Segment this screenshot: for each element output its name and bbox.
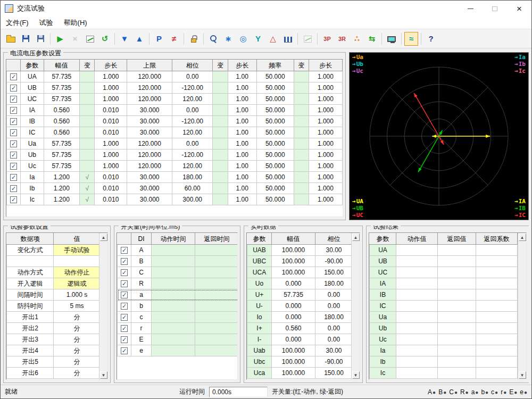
checkbox-icon[interactable]: ✓ [121,247,128,254]
vary-flag-3[interactable] [294,71,309,82]
frequency-value[interactable]: 50.000 [256,194,294,205]
vary-flag-2[interactable] [213,116,228,127]
vary-flag-3[interactable] [294,161,309,172]
phase-value[interactable]: 0.00 [172,105,213,116]
phase-value[interactable]: 120.00 [172,94,213,105]
phase-value[interactable]: -120.00 [172,116,213,127]
phase-swap-icon[interactable]: ≠ [167,32,181,46]
data-item-value[interactable]: 分 [54,334,99,345]
vary-flag-1[interactable] [80,138,95,149]
step-value-1[interactable]: 1.000 [95,94,127,105]
step-value-2[interactable]: 1.00 [228,116,256,127]
step-up-icon[interactable]: ▲ [132,32,146,46]
vary-flag-2[interactable] [213,183,228,194]
vary-flag-2[interactable] [213,94,228,105]
amplitude-value[interactable]: 0.560 [44,116,79,127]
frequency-value[interactable]: 50.000 [256,71,294,82]
step-value-3[interactable]: 1.000 [309,105,342,116]
amplitude-value[interactable]: 1.200 [44,183,79,194]
vary-flag-3[interactable] [294,149,309,161]
checkbox-icon[interactable]: ✓ [10,129,17,136]
step-value-3[interactable]: 1.000 [309,82,342,94]
amplitude-value[interactable]: 57.735 [44,82,79,94]
frequency-value[interactable]: 50.000 [256,82,294,94]
limit-value[interactable]: 120.000 [127,138,172,149]
amplitude-value[interactable]: 57.735 [44,149,79,161]
frequency-value[interactable]: 50.000 [256,127,294,138]
vary-flag-1[interactable] [80,94,95,105]
zoom-icon[interactable] [206,32,220,46]
checkbox-icon[interactable]: ✓ [121,336,128,343]
vary-flag-3[interactable] [294,127,309,138]
vary-flag-2[interactable] [213,194,228,205]
step-value-1[interactable]: 0.010 [95,105,127,116]
phase-value[interactable]: 60.00 [172,183,213,194]
scroll-up-icon[interactable]: ▲ [519,234,526,241]
vary-flag-1[interactable] [80,116,95,127]
step-value-2[interactable]: 1.00 [228,183,256,194]
step-value-3[interactable]: 1.000 [309,94,342,105]
phase-value[interactable]: -120.00 [172,82,213,94]
phase-value[interactable]: 120.00 [172,127,213,138]
vary-flag-3[interactable] [294,138,309,149]
three-r-icon[interactable]: 3R [335,32,349,46]
vary-flag-1[interactable] [80,105,95,116]
data-item-value[interactable]: 手动试验 [54,245,99,256]
vary-flag-2[interactable] [213,149,228,161]
checkbox-icon[interactable]: ✓ [121,292,128,298]
vary-flag-1[interactable] [80,149,95,161]
checkbox-icon[interactable]: ✓ [10,185,17,192]
frequency-value[interactable]: 50.000 [256,161,294,172]
checkbox-icon[interactable]: ✓ [10,73,17,80]
checkbox-icon[interactable]: ✓ [10,163,17,170]
vary-flag-3[interactable] [294,105,309,116]
amplitude-value[interactable]: 57.735 [44,94,79,105]
data-item-value[interactable]: 分 [54,312,99,323]
step-value-1[interactable]: 0.010 [95,183,127,194]
vary-flag-1[interactable] [80,127,95,138]
step-value-1[interactable]: 0.010 [95,116,127,127]
phase-value[interactable]: 0.00 [172,138,213,149]
step-value-2[interactable]: 1.00 [228,138,256,149]
scroll-down-icon[interactable]: ▼ [100,371,107,379]
data-item-value[interactable]: 1.000 s [54,289,99,301]
step-value-2[interactable]: 1.00 [228,82,256,94]
limit-value[interactable]: 30.000 [127,183,172,194]
data-item-value[interactable]: 动作停止 [54,267,99,278]
vary-flag-2[interactable] [213,138,228,149]
context-help-icon[interactable]: ? [424,32,438,46]
step-value-1[interactable]: 0.010 [95,127,127,138]
maximize-button[interactable] [483,1,507,16]
vary-flag-3[interactable] [294,116,309,127]
checkbox-icon[interactable]: ✓ [10,96,17,103]
data-item-value[interactable]: 分 [54,323,99,334]
amplitude-value[interactable]: 0.560 [44,105,79,116]
step-value-2[interactable]: 1.00 [228,149,256,161]
delta-connection-icon[interactable]: △ [266,32,280,46]
sequence-icon[interactable]: ∴ [350,32,364,46]
menu-item-0[interactable]: 文件(F) [1,18,34,28]
open-file-icon[interactable] [4,32,18,46]
phase-value[interactable]: 0.00 [172,71,213,82]
checkbox-icon[interactable]: ✓ [121,347,128,354]
limit-value[interactable]: 120.000 [127,82,172,94]
checkbox-icon[interactable]: ✓ [121,269,128,276]
target-icon[interactable]: ◎ [236,32,250,46]
fault-record-icon[interactable] [301,32,314,46]
frequency-value[interactable]: 50.000 [256,149,294,161]
checkbox-icon[interactable]: ✓ [121,314,128,321]
step-value-2[interactable]: 1.00 [228,94,256,105]
data-item-value[interactable]: 5 ms [54,301,99,312]
undo-icon[interactable]: ↺ [98,32,112,46]
frequency-value[interactable]: 50.000 [256,172,294,183]
wave-view-icon[interactable]: ≈ [404,32,418,46]
step-value-2[interactable]: 1.00 [228,194,256,205]
realtime-scrollbar[interactable]: ▲ ▼ [351,233,360,379]
checkbox-icon[interactable]: ✓ [121,325,128,332]
checkbox-icon[interactable]: ✓ [10,152,17,159]
lock-icon[interactable] [187,32,201,46]
data-item-value[interactable]: 分 [54,345,99,356]
step-value-1[interactable]: 1.000 [95,82,127,94]
vary-flag-1[interactable] [80,71,95,82]
step-value-3[interactable]: 1.000 [309,116,342,127]
